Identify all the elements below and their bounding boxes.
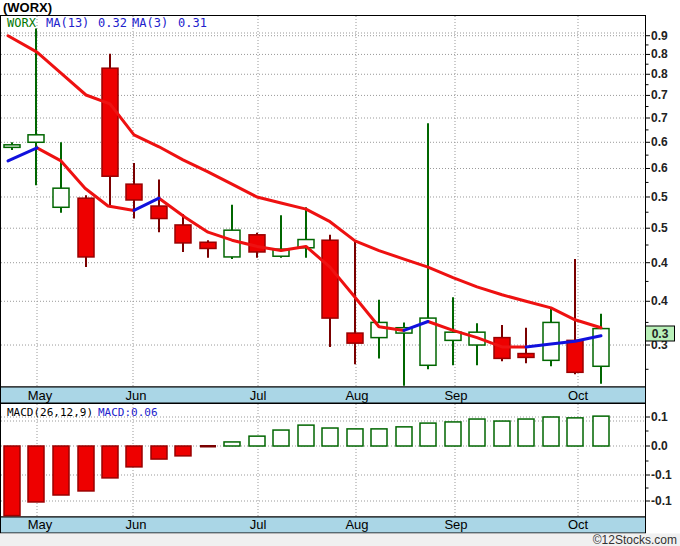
macd-bar	[224, 442, 240, 446]
macd-bar	[420, 423, 436, 446]
month-label: Jul	[250, 517, 267, 532]
legend-ma13-label: MA(13)	[46, 16, 89, 30]
macd-bar	[53, 446, 69, 495]
month-band-price	[1, 387, 646, 403]
price-axis-label: 0.5	[651, 221, 668, 235]
macd-bar	[518, 419, 534, 446]
price-axis-label: 0.8	[651, 47, 668, 61]
footer-strip	[0, 534, 680, 546]
price-axis-label: 0.7	[651, 111, 668, 125]
price-axis-label: 0.7	[651, 88, 668, 102]
candle-body	[4, 145, 20, 148]
candle-body	[543, 322, 559, 360]
candle-body	[28, 135, 44, 142]
macd-legend-value: MACD:0.06	[98, 406, 158, 419]
macd-bar	[298, 425, 314, 446]
price-axis-label: 0.8	[651, 67, 668, 81]
macd-bar	[78, 446, 94, 491]
price-axis-label: 0.9	[651, 29, 668, 43]
macd-bar	[396, 427, 412, 446]
macd-axis-label: 0.1	[651, 410, 668, 424]
candle-body	[518, 354, 534, 358]
candle-body	[175, 225, 191, 243]
macd-bar	[4, 446, 20, 516]
macd-bar	[151, 446, 167, 459]
legend-symbol: WORX	[7, 16, 37, 30]
macd-bar	[347, 429, 363, 446]
macd-bar	[593, 416, 609, 446]
month-label: Jun	[126, 517, 147, 532]
macd-bar	[175, 446, 191, 456]
month-label: Aug	[345, 517, 368, 532]
legend-ma3-value: 0.31	[178, 16, 207, 30]
candle-body	[593, 329, 609, 367]
month-label: May	[28, 517, 53, 532]
legend-ma13-value: 0.32	[98, 16, 127, 30]
page-title: (WORX)	[3, 0, 52, 15]
macd-bar	[567, 418, 583, 446]
macd-bar	[102, 446, 118, 478]
price-axis-label: 0.4	[651, 256, 668, 270]
macd-bar	[445, 422, 461, 446]
macd-bar	[249, 436, 265, 446]
worx-stock-chart: 0.90.80.80.70.70.60.60.50.50.40.40.30.30…	[0, 0, 680, 546]
macd-bar	[273, 430, 289, 446]
macd-bar	[126, 446, 142, 467]
current-price-tag: 0.3	[646, 326, 675, 341]
candle-body	[322, 240, 338, 318]
month-label: Oct	[568, 388, 589, 403]
month-band-macd	[1, 517, 646, 533]
macd-axis: 0.10.0-0.1-0.1	[646, 410, 673, 508]
month-label: Jun	[126, 388, 147, 403]
month-label: Jul	[250, 388, 267, 403]
macd-bar	[322, 428, 338, 446]
macd-bar	[200, 445, 216, 448]
macd-bar	[28, 446, 44, 502]
candle-body	[249, 235, 265, 252]
stock-chart-page: 0.90.80.80.70.70.60.60.50.50.40.40.30.30…	[0, 0, 680, 546]
candle-body	[200, 242, 216, 248]
month-label: Sep	[444, 517, 467, 532]
candle-body	[567, 340, 583, 372]
macd-bar	[494, 421, 510, 446]
price-axis-label: 0.5	[651, 190, 668, 204]
macd-legend-label: MACD(26,12,9)	[7, 406, 93, 419]
macd-axis-label: 0.0	[651, 439, 668, 453]
month-label: Sep	[444, 388, 467, 403]
month-label: Oct	[568, 517, 589, 532]
candle-body	[347, 333, 363, 343]
candle-body	[78, 198, 94, 257]
legend-ma3-label: MA(3)	[132, 16, 168, 30]
macd-axis-label: -0.1	[651, 468, 672, 482]
macd-bar	[371, 429, 387, 446]
month-label: May	[28, 388, 53, 403]
month-label: Aug	[345, 388, 368, 403]
price-axis-label: 0.6	[651, 161, 668, 175]
price-axis-label: 0.6	[651, 135, 668, 149]
candle-body	[102, 68, 118, 176]
candle-body	[151, 206, 167, 218]
macd-bar	[543, 417, 559, 446]
price-axis: 0.90.80.80.70.70.60.60.50.50.40.40.3	[646, 29, 669, 370]
current-price-value: 0.3	[652, 327, 669, 341]
candle-body	[53, 188, 69, 207]
macd-axis-label: -0.1	[651, 494, 672, 508]
macd-bar	[469, 419, 485, 446]
candle-body	[126, 184, 142, 200]
candle-body	[224, 230, 240, 257]
watermark: ©12Stocks.com	[593, 533, 677, 546]
price-axis-label: 0.4	[651, 294, 668, 308]
